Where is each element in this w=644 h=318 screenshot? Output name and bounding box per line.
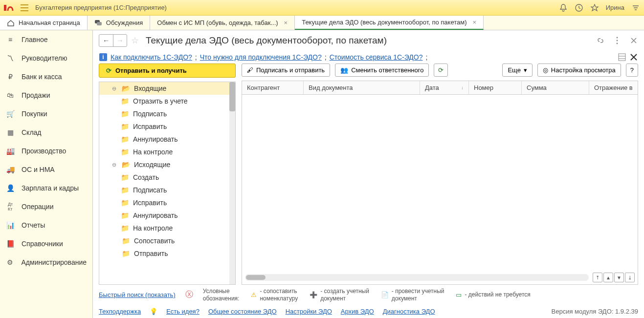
tab-discussions[interactable]: Обсуждения [88,16,151,30]
legend-item-match: ⚠- сопоставитьноменклатуру [251,288,298,302]
support-link[interactable]: Техподдержка [99,308,141,315]
info-link-requirements[interactable]: Что нужно для подключения 1С-ЭДО? [200,53,322,61]
clear-search-icon[interactable]: ⓧ [185,290,193,300]
nav-forward-button[interactable]: → [113,35,127,46]
bell-icon[interactable] [559,3,568,12]
tab-home[interactable]: Начальная страница [0,16,88,30]
more-button[interactable]: Еще▾ [502,64,532,77]
close-icon[interactable]: × [473,19,477,26]
tree-node[interactable]: 📁Исправить [99,196,229,209]
refresh-icon: ⟳ [438,66,444,74]
document-toolbar: 🖋Подписать и отправить 👥Сменить ответств… [242,64,638,77]
history-icon[interactable] [575,3,583,12]
table-body [242,95,638,271]
svg-rect-3 [97,22,102,25]
sidebar-item-admin[interactable]: ⚙Администрирование [0,253,92,272]
send-receive-button[interactable]: ⟳ Отправить и получить [99,64,236,78]
sidebar-item-catalogs[interactable]: 📕Справочники [0,234,92,253]
legend-item-create: ➕- создать учетныйдокумент [310,288,369,302]
tree-node[interactable]: 📁Аннулировать [99,133,229,146]
tree-node-incoming[interactable]: ⊖📂Входящие [99,82,229,95]
chart-icon: 〽 [6,54,15,63]
tree-node-send[interactable]: 📁Отправить [99,247,229,260]
th-date[interactable]: Дата↓ [420,81,469,94]
tree-node-outgoing[interactable]: ⊖📂Исходящие [99,158,229,171]
close-panel-icon[interactable] [629,53,638,62]
bottom-link-diag[interactable]: Диагностика ЭДО [383,308,435,315]
info-links-row: i Как подключить 1С-ЭДО?; Что нужно для … [93,51,644,64]
page-up-button[interactable]: ▲ [603,273,613,282]
sidebar-item-operations[interactable]: ДтКтОперации [0,197,92,216]
refresh-button[interactable]: ⟳ [434,64,448,77]
close-icon[interactable] [629,36,638,45]
tree-node[interactable]: 📁На контроле [99,222,229,234]
sidebar-item-manager[interactable]: 〽Руководителю [0,49,92,67]
close-icon[interactable]: × [284,19,288,26]
bottom-link-status[interactable]: Общее состояние ЭДО [208,308,277,315]
page-last-button[interactable]: ⤓ [625,273,635,282]
tree-node[interactable]: 📁Аннулировать [99,209,229,222]
title-bar: Бухгалтерия предприятия (1С:Предприятие)… [0,0,644,16]
help-button[interactable]: ? [626,64,638,77]
book-icon: 📕 [6,239,15,248]
quick-search-link[interactable]: Быстрый поиск (показать) [99,291,176,298]
tab-ismp[interactable]: Обмен с ИС МП (обувь, одежда, табак...) … [150,16,295,30]
chevron-down-icon: ▾ [524,66,527,74]
th-number[interactable]: Номер [469,81,522,94]
sidebar-item-reports[interactable]: 📊Отчеты [0,216,92,234]
tree-node[interactable]: 📁Подписать [99,184,229,196]
person-icon: 👤 [6,184,15,192]
sidebar-item-main[interactable]: ≡Главное [0,30,92,49]
tree-node[interactable]: 📁Отразить в учете [99,95,229,107]
sidebar-item-sales[interactable]: 🛍Продажи [0,86,92,105]
tree-node[interactable]: 📁На контроле [99,146,229,158]
th-reflection[interactable]: Отражение в [589,81,638,94]
bottom-link-archive[interactable]: Архив ЭДО [341,308,374,315]
th-sum[interactable]: Сумма [522,81,589,94]
bulb-icon: 💡 [150,308,157,315]
window-menu-icon[interactable] [631,3,640,12]
tab-label: Текущие дела ЭДО (весь документооборот, … [302,19,466,26]
change-responsible-button[interactable]: 👥Сменить ответственного [335,64,429,77]
tree-node-match[interactable]: 📁Сопоставить [99,234,229,247]
page-down-button[interactable]: ▼ [614,273,624,282]
collapse-icon[interactable]: ⊖ [112,162,118,168]
tree-node[interactable]: 📁Подписать [99,107,229,120]
sidebar-item-warehouse[interactable]: ▦Склад [0,123,92,142]
list-view-icon[interactable] [618,53,626,62]
info-link-cost[interactable]: Стоимость сервиса 1С-ЭДО? [330,53,423,61]
kebab-icon[interactable] [613,36,622,45]
favorite-star-icon[interactable]: ☆ [131,35,142,46]
home-icon [7,19,15,27]
bag-icon: 🛍 [6,91,15,100]
tabs-bar: Начальная страница Обсуждения Обмен с ИС… [0,16,644,30]
th-doctype[interactable]: Вид документа [304,81,420,94]
main-menu-icon[interactable] [20,3,29,13]
page-first-button[interactable]: ⤒ [593,273,602,282]
tree-node[interactable]: 📁Создать [99,171,229,184]
tab-edo-current[interactable]: Текущие дела ЭДО (весь документооборот, … [295,16,484,30]
sign-send-button[interactable]: 🖋Подписать и отправить [242,64,330,77]
link-icon[interactable] [596,36,605,45]
sidebar-item-assets[interactable]: 🚚ОС и НМА [0,160,92,179]
sort-desc-icon: ↓ [461,85,464,90]
sidebar-item-production[interactable]: 🏭Производство [0,142,92,160]
info-link-connect[interactable]: Как подключить 1С-ЭДО? [111,53,192,61]
tree-node[interactable]: 📁Исправить [99,120,229,133]
th-contragent[interactable]: Контрагент [242,81,304,94]
refresh-icon: ⟳ [106,67,111,74]
collapse-icon[interactable]: ⊖ [112,85,118,92]
tree-scrollbar[interactable] [229,82,235,284]
folder-icon: 📁 [121,186,129,194]
view-settings-button[interactable]: ◎Настройка просмотра [537,64,621,77]
nav-back-button[interactable]: ← [99,35,113,46]
sidebar-item-bank[interactable]: ₽Банк и касса [0,67,92,86]
star-icon[interactable] [590,3,599,12]
table-h-scrollbar[interactable] [245,274,589,281]
bottom-link-settings[interactable]: Настройки ЭДО [286,308,332,315]
sidebar-item-hr[interactable]: 👤Зарплата и кадры [0,179,92,197]
sidebar-item-purchases[interactable]: 🛒Покупки [0,105,92,123]
user-name[interactable]: Ирина [606,4,624,11]
doc-icon: 📄 [381,291,389,298]
idea-link[interactable]: Есть идея? [166,308,200,315]
